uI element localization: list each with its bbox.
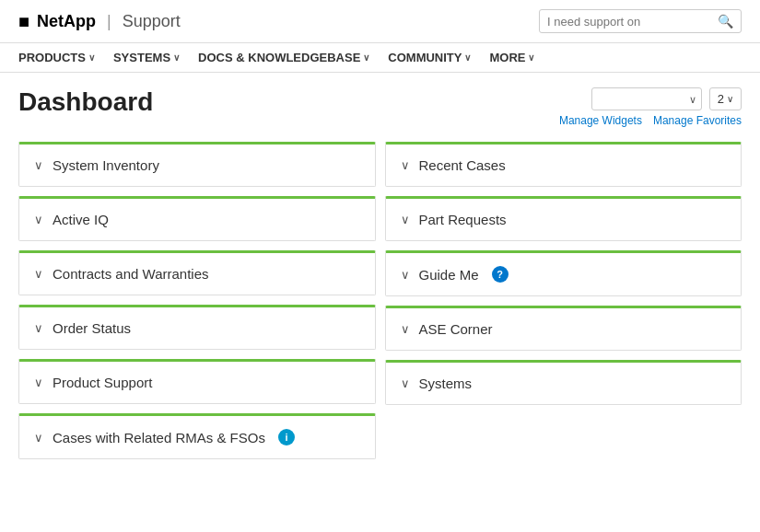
search-input[interactable] <box>547 15 712 29</box>
logo-area: ■ NetApp | Support <box>18 11 181 32</box>
nav-item-docs[interactable]: DOCS & KNOWLEDGEBASE ∨ <box>198 51 369 64</box>
nav-label-community: COMMUNITY <box>388 51 462 64</box>
widget-label-contracts: Contracts and Warranties <box>53 266 209 282</box>
widget-systems[interactable]: ∨ Systems <box>385 360 742 405</box>
main-content: Dashboard ∨ 2 ∨ Manage Widgets Manage Fa… <box>0 73 760 474</box>
dashboard-dropdown[interactable] <box>591 87 702 110</box>
count-value: 2 <box>718 92 724 106</box>
widget-chevron-icon: ∨ <box>34 321 43 335</box>
dashboard-title: Dashboard <box>18 87 153 117</box>
widget-order-status[interactable]: ∨ Order Status <box>18 305 376 350</box>
widget-guide-me[interactable]: ∨ Guide Me ? <box>385 250 742 296</box>
widget-active-iq[interactable]: ∨ Active IQ <box>18 196 376 241</box>
widget-chevron-icon: ∨ <box>401 322 410 336</box>
widget-label-active-iq: Active IQ <box>53 212 109 227</box>
netapp-logo-icon: ■ <box>18 11 29 32</box>
widget-label-system-inventory: System Inventory <box>53 157 159 173</box>
widget-label-order-status: Order Status <box>53 320 131 336</box>
dashboard-dropdown-wrapper: ∨ <box>591 87 702 110</box>
left-column: ∨ System Inventory ∨ Active IQ ∨ Contrac… <box>18 142 376 459</box>
nav-chevron-more: ∨ <box>528 52 534 63</box>
nav-label-systems: SYSTEMS <box>113 51 170 64</box>
manage-favorites-link[interactable]: Manage Favorites <box>653 114 742 127</box>
nav-item-products[interactable]: PRODUCTS ∨ <box>18 51 95 64</box>
widget-part-requests[interactable]: ∨ Part Requests <box>385 196 742 241</box>
logo-separator: | <box>107 12 111 31</box>
widget-label-systems: Systems <box>419 376 473 391</box>
widget-chevron-icon: ∨ <box>401 158 410 172</box>
nav-chevron-docs: ∨ <box>363 52 369 63</box>
widget-system-inventory[interactable]: ∨ System Inventory <box>18 142 376 187</box>
main-nav: PRODUCTS ∨ SYSTEMS ∨ DOCS & KNOWLEDGEBAS… <box>0 43 760 73</box>
cases-rmas-badge: i <box>278 429 295 445</box>
search-button[interactable]: 🔍 <box>718 14 733 29</box>
widget-label-guide-me: Guide Me <box>419 267 479 283</box>
nav-item-community[interactable]: COMMUNITY ∨ <box>388 51 471 64</box>
widget-chevron-icon: ∨ <box>401 213 410 226</box>
widget-label-product-support: Product Support <box>53 375 152 390</box>
nav-chevron-community: ∨ <box>464 52 471 63</box>
widget-label-ase-corner: ASE Corner <box>419 321 493 337</box>
nav-label-products: PRODUCTS <box>18 51 86 64</box>
right-column: ∨ Recent Cases ∨ Part Requests ∨ Guide M… <box>385 142 742 459</box>
manage-widgets-link[interactable]: Manage Widgets <box>559 114 642 127</box>
controls-row: ∨ 2 ∨ <box>591 87 742 110</box>
guide-me-badge: ? <box>492 266 509 283</box>
widget-label-cases-rmas: Cases with Related RMAs & FSOs <box>53 430 265 445</box>
widget-product-support[interactable]: ∨ Product Support <box>18 359 376 404</box>
widget-label-recent-cases: Recent Cases <box>419 157 506 173</box>
count-badge[interactable]: 2 ∨ <box>709 87 742 110</box>
widget-chevron-icon: ∨ <box>34 431 43 445</box>
manage-links: Manage Widgets Manage Favorites <box>559 114 742 127</box>
widget-label-part-requests: Part Requests <box>419 212 507 227</box>
nav-label-more: MORE <box>489 51 525 64</box>
widget-chevron-icon: ∨ <box>34 158 43 172</box>
nav-item-more[interactable]: MORE ∨ <box>489 51 534 64</box>
nav-item-systems[interactable]: SYSTEMS ∨ <box>113 51 180 64</box>
nav-chevron-products: ∨ <box>88 52 95 63</box>
widget-recent-cases[interactable]: ∨ Recent Cases <box>385 142 742 187</box>
search-box[interactable]: 🔍 <box>539 9 742 33</box>
widget-chevron-icon: ∨ <box>34 267 43 281</box>
widget-ase-corner[interactable]: ∨ ASE Corner <box>385 306 742 351</box>
widget-chevron-icon: ∨ <box>34 376 43 389</box>
widgets-grid: ∨ System Inventory ∨ Active IQ ∨ Contrac… <box>18 142 742 459</box>
nav-chevron-systems: ∨ <box>173 52 180 63</box>
widget-chevron-icon: ∨ <box>401 376 410 390</box>
site-header: ■ NetApp | Support 🔍 <box>0 0 760 43</box>
widget-cases-rmas[interactable]: ∨ Cases with Related RMAs & FSOs i <box>18 413 376 459</box>
widget-chevron-icon: ∨ <box>401 268 410 282</box>
nav-label-docs: DOCS & KNOWLEDGEBASE <box>198 51 360 64</box>
widget-chevron-icon: ∨ <box>34 213 43 226</box>
dashboard-header: Dashboard ∨ 2 ∨ Manage Widgets Manage Fa… <box>18 87 742 127</box>
logo-support-text: Support <box>123 12 181 31</box>
logo-text: NetApp <box>37 12 96 31</box>
count-chevron-icon: ∨ <box>727 94 733 104</box>
dashboard-controls: ∨ 2 ∨ Manage Widgets Manage Favorites <box>559 87 742 127</box>
widget-contracts-warranties[interactable]: ∨ Contracts and Warranties <box>18 250 376 295</box>
